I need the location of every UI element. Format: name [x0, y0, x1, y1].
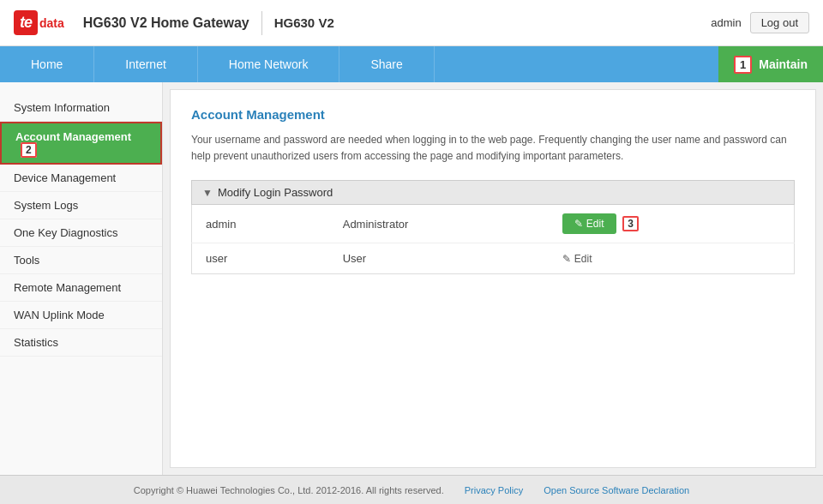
header: te data HG630 V2 Home Gateway HG630 V2 a… [0, 0, 823, 46]
edit-user-icon: ✎ [562, 253, 571, 265]
logo: te data [14, 10, 64, 35]
role-user: User [329, 243, 549, 274]
footer-copyright: Copyright © Huawei Technologies Co., Ltd… [134, 485, 444, 495]
logo-te: te [20, 14, 32, 32]
table-row-admin: admin Administrator ✎ Edit 3 [192, 205, 795, 243]
edit-user-button[interactable]: ✎ Edit [562, 253, 592, 265]
main-area: System Information Account Management 2 … [0, 82, 823, 475]
content-description: Your username and password are needed wh… [191, 132, 795, 165]
nav-maintain-num: 1 [734, 56, 752, 74]
sidebar-item-account-num: 2 [21, 142, 37, 158]
sidebar-item-system-logs[interactable]: System Logs [0, 192, 162, 219]
edit-cell-user: ✎ Edit [549, 243, 795, 274]
content-area: Account Management Your username and pas… [170, 89, 816, 468]
nav-spacer [435, 46, 718, 82]
username-admin: admin [192, 205, 329, 243]
table-row-user: user User ✎ Edit [192, 243, 795, 274]
edit-cell-admin: ✎ Edit 3 [549, 205, 795, 243]
edit-icon: ✎ [574, 218, 583, 230]
admin-label: admin [711, 16, 741, 29]
sidebar-item-device-management[interactable]: Device Management [0, 165, 162, 192]
sidebar-item-account-management[interactable]: Account Management 2 [0, 122, 162, 165]
section-title: Modify Login Password [218, 186, 333, 199]
nav-home-network[interactable]: Home Network [198, 46, 340, 82]
account-table: admin Administrator ✎ Edit 3 [191, 205, 795, 274]
sidebar-item-remote-management[interactable]: Remote Management [0, 274, 162, 302]
nav-home[interactable]: Home [0, 46, 94, 82]
footer: Copyright © Huawei Technologies Co., Ltd… [0, 475, 823, 504]
sidebar-item-system-info[interactable]: System Information [0, 94, 162, 122]
section-arrow-icon: ▼ [202, 187, 213, 199]
username-user: user [192, 243, 329, 274]
edit-admin-num: 3 [622, 216, 639, 231]
sidebar-item-tools[interactable]: Tools [0, 247, 162, 274]
header-model: HG630 V2 [274, 15, 334, 30]
logo-icon: te [14, 10, 38, 35]
content-title: Account Management [191, 107, 795, 122]
header-right: admin Log out [711, 12, 809, 33]
logo-data-text: data [39, 16, 64, 30]
footer-privacy-link[interactable]: Privacy Policy [465, 485, 523, 495]
nav-maintain[interactable]: 1 Maintain [718, 46, 823, 82]
nav-share[interactable]: Share [339, 46, 434, 82]
header-divider [261, 11, 262, 35]
sidebar-item-one-key-diagnostics[interactable]: One Key Diagnostics [0, 219, 162, 247]
sidebar-item-wan-uplink[interactable]: WAN Uplink Mode [0, 302, 162, 329]
role-admin: Administrator [329, 205, 549, 243]
sidebar: System Information Account Management 2 … [0, 82, 163, 475]
sidebar-item-statistics[interactable]: Statistics [0, 329, 162, 357]
nav-maintain-label: Maintain [759, 57, 808, 71]
header-title: HG630 V2 Home Gateway [83, 15, 249, 31]
nav-internet[interactable]: Internet [94, 46, 197, 82]
navigation: Home Internet Home Network Share 1 Maint… [0, 46, 823, 82]
section-modify-password: ▼ Modify Login Password [191, 180, 795, 205]
footer-opensource-link[interactable]: Open Source Software Declaration [544, 485, 689, 495]
logout-button[interactable]: Log out [750, 12, 809, 33]
edit-admin-button[interactable]: ✎ Edit [562, 213, 616, 234]
